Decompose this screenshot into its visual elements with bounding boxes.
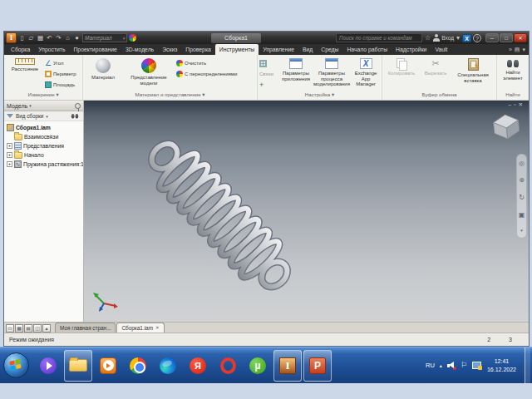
area-button[interactable]: Площадь xyxy=(45,80,76,90)
appearance-button[interactable]: Представление модели xyxy=(122,57,175,91)
network-icon[interactable] xyxy=(472,362,482,370)
material-button[interactable]: Материал xyxy=(85,57,121,91)
taskbar-chrome-button[interactable] xyxy=(124,350,152,382)
extension-spring-model[interactable] xyxy=(84,101,529,322)
tree-item-assembly-root[interactable]: Сборка1.iam xyxy=(4,123,83,132)
pin-icon[interactable] xyxy=(75,103,81,109)
favorites-star-icon[interactable]: ☆ xyxy=(424,32,431,43)
arrange-cascade-icon[interactable]: ▭ xyxy=(6,324,14,332)
taskbar-clock[interactable]: 12:41 16.12.2022 xyxy=(487,357,516,373)
taskbar-edge-button[interactable] xyxy=(154,350,182,382)
tab-sborka[interactable]: Сборка xyxy=(7,44,34,55)
taskbar-media-player-button[interactable] xyxy=(94,350,122,382)
panel-options-label[interactable]: Настройка ▾ xyxy=(258,91,382,100)
expand-icon[interactable]: + xyxy=(7,161,12,167)
clear-appearance-button[interactable]: Очистить xyxy=(176,58,237,68)
undo-icon[interactable]: ↶ xyxy=(46,32,53,43)
exchange-app-manager-button[interactable]: X Exchange App Manager xyxy=(352,57,380,91)
minimize-button[interactable]: ─ xyxy=(485,33,499,42)
start-button[interactable] xyxy=(3,352,29,378)
signin-label[interactable]: Вход xyxy=(441,35,454,41)
expand-icon[interactable]: + xyxy=(7,143,12,149)
material-combobox[interactable]: Материал ▾ xyxy=(82,33,127,42)
taskbar-explorer-button[interactable] xyxy=(64,350,92,382)
help-icon[interactable]: ? xyxy=(473,34,481,42)
copy-button[interactable]: Копировать xyxy=(384,57,419,91)
browser-search-icon[interactable] xyxy=(71,114,78,119)
browser-view-filter[interactable]: Вид сборки xyxy=(16,113,43,119)
tab-overflow-icon[interactable]: » xyxy=(509,47,512,52)
appearance-sphere-icon[interactable]: ● xyxy=(73,32,81,43)
find-item-button[interactable]: Найти элемент xyxy=(499,57,527,91)
tree-item-relationships[interactable]: Взаимосвязи xyxy=(4,132,83,141)
doc-close-icon[interactable]: ✕ xyxy=(519,101,525,107)
taskbar-opera-button[interactable] xyxy=(214,350,242,382)
taskbar-alice-button[interactable] xyxy=(34,350,62,382)
3d-viewport[interactable]: ◎ ⊕ ↻ ▣ ▾ ‒▫✕ xyxy=(84,101,529,322)
redo-icon[interactable]: ↷ xyxy=(55,32,62,43)
links-button[interactable]: Связи xyxy=(259,69,279,79)
perimeter-button[interactable]: Периметр xyxy=(45,69,76,79)
expand-icon[interactable]: + xyxy=(7,152,12,158)
angle-button[interactable]: ∠ Угол xyxy=(45,58,76,68)
tab-scroll-up-icon[interactable]: ▴ xyxy=(42,324,51,332)
filter-funnel-icon[interactable] xyxy=(7,114,13,118)
grid-small-button[interactable] xyxy=(259,58,279,68)
tab-vid[interactable]: Вид xyxy=(298,44,317,55)
ribbon-display-chevron-icon[interactable]: ▾ xyxy=(522,47,525,53)
arrange-horizontal-icon[interactable]: ▤ xyxy=(24,324,32,332)
autodesk360-icon[interactable]: X xyxy=(462,34,471,42)
tab-uprostit[interactable]: Упростить xyxy=(34,44,69,55)
distance-button[interactable]: Расстояние xyxy=(6,57,44,91)
taskbar-yandex-button[interactable]: Я xyxy=(184,350,212,382)
tab-3d-model[interactable]: 3D-модель xyxy=(121,44,158,55)
tree-item-representations[interactable]: + Представления xyxy=(4,141,83,150)
arrange-tile-icon[interactable]: ▦ xyxy=(15,324,23,332)
doc-tab-assembly[interactable]: Сборка1.iam ✕ xyxy=(116,323,164,332)
open-file-icon[interactable]: ▱ xyxy=(27,32,35,43)
tab-nachalo-raboty[interactable]: Начало работы xyxy=(342,44,392,55)
signin-chevron-icon[interactable]: ▾ xyxy=(456,32,461,43)
action-center-flag-icon[interactable]: ⚐ xyxy=(461,362,467,369)
look-at-icon[interactable]: ▣ xyxy=(519,211,525,219)
restore-button[interactable]: □ xyxy=(500,33,513,42)
new-file-icon[interactable]: ▯ xyxy=(18,32,26,43)
close-button[interactable]: ✕ xyxy=(514,33,527,42)
panel-measure-label[interactable]: Измерение ▾ xyxy=(4,91,82,100)
taskbar-powerpoint-button[interactable]: P xyxy=(303,350,332,382)
tab-proverka[interactable]: Проверка xyxy=(181,44,214,55)
orbit-icon[interactable]: ↻ xyxy=(519,194,525,201)
add-small-button[interactable]: + xyxy=(259,80,279,90)
doc-tab-close-icon[interactable]: ✕ xyxy=(155,323,160,332)
help-search-input[interactable] xyxy=(336,33,422,42)
tab-nadstroyki[interactable]: Надстройки xyxy=(392,44,431,55)
steering-wheel-icon[interactable]: ◎ xyxy=(519,160,525,167)
browser-header[interactable]: Модель ▾ xyxy=(4,101,83,111)
tab-instrumenty[interactable]: Инструменты xyxy=(215,44,259,55)
language-indicator[interactable]: RU xyxy=(426,362,435,369)
tab-eskiz[interactable]: Эскиз xyxy=(158,44,181,55)
cut-button[interactable]: ✂ Вырезать xyxy=(420,57,451,91)
ribbon-display-icon[interactable]: ▤ xyxy=(515,47,520,53)
navbar-chevron-icon[interactable]: ▾ xyxy=(520,228,523,233)
taskbar-utorrent-button[interactable]: µ xyxy=(244,350,272,382)
overrides-button[interactable]: С переопределениями xyxy=(176,69,237,79)
process-options-button[interactable]: Параметры процесса моделирования xyxy=(313,57,351,91)
arrange-vertical-icon[interactable]: ◫ xyxy=(33,324,42,332)
tab-upravlenie[interactable]: Управление xyxy=(259,44,298,55)
show-desktop-button[interactable] xyxy=(525,347,530,384)
panel-material-label[interactable]: Материал и представление ▾ xyxy=(83,91,257,100)
volume-icon[interactable] xyxy=(447,362,456,369)
tray-expand-icon[interactable]: ▴ xyxy=(440,362,442,368)
view-cube[interactable] xyxy=(490,111,522,140)
tab-sredy[interactable]: Среды xyxy=(317,44,342,55)
color-wheel-icon[interactable] xyxy=(129,34,136,42)
doc-tab-home[interactable]: Моя главная стран... xyxy=(55,323,116,332)
tab-vault[interactable]: Vault xyxy=(431,44,451,55)
save-icon[interactable]: ▦ xyxy=(37,32,44,43)
app-menu-button[interactable]: I xyxy=(6,32,17,43)
tab-proektirovanie[interactable]: Проектирование xyxy=(69,44,121,55)
home-icon[interactable]: ⌂ xyxy=(64,32,71,43)
application-options-button[interactable]: Параметры приложения xyxy=(280,57,312,91)
tree-item-spring[interactable]: + ∿ Пружина растяжения:1 xyxy=(4,160,83,169)
